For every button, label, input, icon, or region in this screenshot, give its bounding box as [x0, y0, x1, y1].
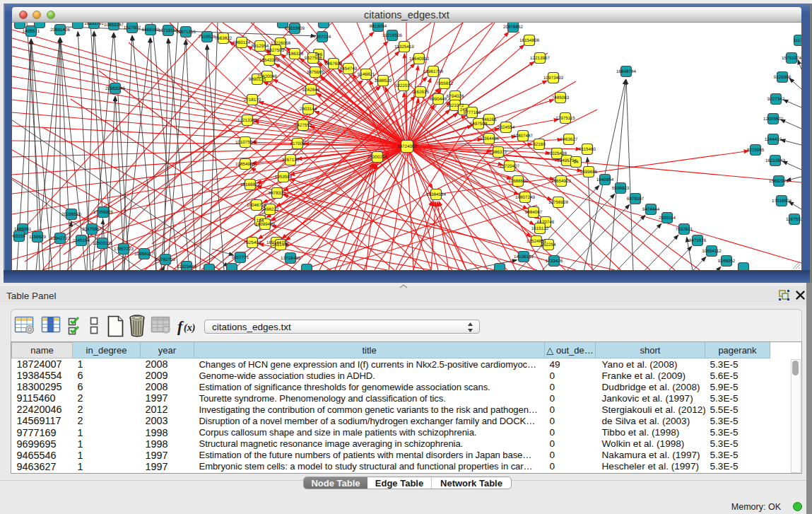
svg-text:62160: 62160 [533, 142, 546, 147]
svg-text:9146821: 9146821 [358, 72, 375, 77]
svg-text:5498222: 5498222 [261, 207, 279, 212]
svg-text:8186328: 8186328 [286, 52, 304, 57]
svg-text:1527602: 1527602 [124, 25, 141, 30]
svg-text:94: 94 [573, 160, 579, 165]
svg-text:15720407: 15720407 [500, 164, 520, 169]
svg-text:16543382: 16543382 [259, 58, 280, 63]
svg-text:7515526: 7515526 [199, 35, 216, 40]
svg-text:9657771: 9657771 [232, 255, 249, 260]
svg-text:19854985: 19854985 [235, 162, 256, 167]
svg-text:5938923: 5938923 [612, 186, 630, 191]
svg-text:17857223: 17857223 [114, 247, 134, 252]
svg-text:2803144: 2803144 [300, 107, 317, 112]
svg-text:7663822: 7663822 [215, 36, 233, 41]
svg-text:252254: 252254 [541, 243, 556, 247]
svg-text:9129366: 9129366 [774, 75, 792, 80]
svg-text:16033809: 16033809 [285, 26, 305, 31]
svg-text:8813054: 8813054 [370, 24, 387, 29]
svg-text:9699695: 9699695 [580, 170, 598, 175]
svg-text:1145194: 1145194 [73, 238, 90, 243]
svg-text:8427552: 8427552 [295, 123, 312, 128]
svg-text:16154808: 16154808 [519, 38, 540, 43]
svg-text:7986372: 7986372 [490, 150, 507, 155]
svg-text:15692971: 15692971 [769, 179, 789, 184]
svg-text:19654923: 19654923 [551, 179, 572, 184]
svg-text:8878332: 8878332 [269, 191, 286, 196]
svg-text:3024554: 3024554 [498, 125, 515, 130]
svg-text:12213967: 12213967 [530, 56, 551, 61]
svg-text:17016504: 17016504 [772, 199, 792, 204]
svg-text:6466160: 6466160 [142, 28, 160, 33]
svg-text:9242848: 9242848 [302, 88, 320, 93]
svg-text:10973493: 10973493 [543, 76, 564, 81]
svg-text:16782759: 16782759 [155, 257, 176, 262]
svg-text:20953346: 20953346 [105, 86, 126, 91]
svg-text:13226058: 13226058 [271, 41, 291, 46]
svg-text:12975115: 12975115 [555, 116, 575, 121]
svg-text:2718170: 2718170 [244, 98, 261, 103]
svg-text:9860124: 9860124 [233, 40, 251, 45]
svg-text:16933791: 16933791 [84, 23, 105, 26]
svg-text:7632621: 7632621 [676, 227, 693, 232]
svg-text:11174: 11174 [794, 38, 801, 43]
svg-text:30975867: 30975867 [82, 227, 102, 232]
svg-text:1162615: 1162615 [412, 90, 430, 95]
svg-text:1244419: 1244419 [765, 137, 782, 142]
svg-text:1615132: 1615132 [531, 226, 549, 231]
svg-text:11325419: 11325419 [394, 45, 414, 49]
svg-text:9890135: 9890135 [249, 77, 266, 82]
svg-text:19166827: 19166827 [240, 182, 261, 187]
svg-text:10958117: 10958117 [134, 252, 154, 257]
svg-text:19756928: 19756928 [548, 200, 569, 205]
svg-text:18724007: 18724007 [397, 144, 418, 149]
svg-text:10961758: 10961758 [423, 69, 444, 74]
svg-text:10107554: 10107554 [235, 140, 256, 145]
svg-text:3267130: 3267130 [282, 158, 300, 163]
svg-text:1733426: 1733426 [546, 259, 563, 264]
svg-text:20364436: 20364436 [479, 136, 500, 141]
svg-text:1405571: 1405571 [23, 29, 40, 34]
svg-text:7955812: 7955812 [436, 81, 454, 86]
svg-text:(x): (x) [184, 322, 195, 334]
svg-text:16210643: 16210643 [765, 158, 786, 163]
svg-text:5322037: 5322037 [395, 83, 413, 88]
svg-text:9463627: 9463627 [560, 137, 578, 142]
svg-text:93159: 93159 [13, 234, 25, 239]
svg-text:6794028: 6794028 [447, 94, 464, 99]
svg-text:9884067: 9884067 [525, 210, 543, 215]
svg-text:1353594: 1353594 [275, 175, 293, 180]
svg-text:20206526: 20206526 [61, 212, 82, 217]
svg-text:1640954: 1640954 [596, 177, 614, 182]
svg-text:14099489: 14099489 [255, 222, 276, 227]
svg-text:9245052: 9245052 [718, 259, 736, 264]
svg-text:2935114: 2935114 [659, 216, 676, 221]
svg-text:10688609: 10688609 [508, 179, 529, 184]
svg-text:8990448: 8990448 [430, 97, 447, 102]
svg-text:9327508: 9327508 [305, 56, 322, 61]
svg-text:17359926: 17359926 [93, 210, 114, 215]
svg-text:1156829: 1156829 [29, 235, 47, 240]
svg-text:8471676: 8471676 [689, 238, 707, 243]
svg-text:12503135: 12503135 [93, 241, 113, 246]
svg-text:11323448: 11323448 [177, 264, 196, 269]
svg-text:1588520: 1588520 [375, 78, 392, 83]
svg-text:3875685: 3875685 [307, 70, 324, 75]
svg-text:12942737: 12942737 [50, 236, 71, 241]
svg-text:7485063: 7485063 [552, 95, 570, 100]
svg-text:18300295: 18300295 [367, 155, 388, 160]
svg-text:10653287: 10653287 [104, 23, 124, 28]
svg-text:20876852: 20876852 [503, 25, 524, 30]
svg-text:6120746: 6120746 [537, 220, 555, 225]
svg-text:7625402: 7625402 [244, 240, 261, 245]
svg-text:8215955: 8215955 [747, 148, 765, 153]
svg-text:20691406: 20691406 [50, 28, 71, 33]
svg-text:12213349: 12213349 [237, 118, 258, 123]
svg-text:2867608: 2867608 [325, 62, 343, 66]
svg-text:7357224: 7357224 [314, 35, 331, 40]
svg-text:13716485: 13716485 [281, 256, 301, 261]
svg-text:19384554: 19384554 [426, 192, 447, 197]
svg-text:14136141: 14136141 [514, 255, 534, 259]
svg-text:10654112: 10654112 [702, 249, 722, 254]
svg-text:8454749: 8454749 [340, 66, 358, 71]
svg-text:1691446: 1691446 [272, 243, 290, 247]
